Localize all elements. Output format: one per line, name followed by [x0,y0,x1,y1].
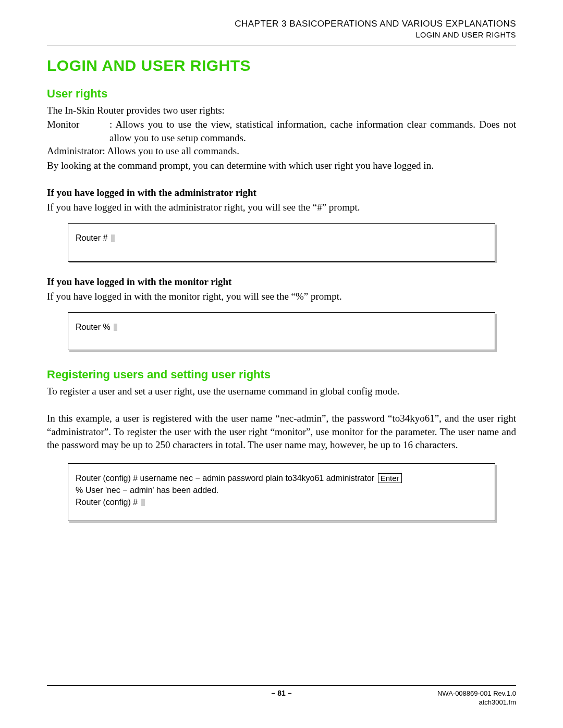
terminal-line: Router % [76,323,113,331]
terminal-line: Router (config) # [76,496,487,508]
monitor-text: : Allows you to use the view, statistica… [109,118,516,144]
monitor-subheading: If you have logged in with the monitor r… [47,276,516,288]
monitor-label: Monitor [47,118,109,144]
section-registering: Registering users and setting user right… [47,368,516,381]
page-header: CHAPTER 3 BASICOPERATIONS AND VARIOUS EX… [47,18,516,41]
terminal-line: Router (config) # username nec − admin p… [76,472,487,484]
page-footer: – 81 – NWA-008869-001 Rev.1.0 atch3001.f… [47,685,516,707]
registering-p1: To register a user and set a user right,… [47,385,516,398]
page-title: LOGIN AND USER RIGHTS [47,57,516,75]
cursor-icon [111,235,115,242]
footer-rule [47,685,516,686]
page-number: – 81 – [47,689,516,697]
monitor-desc: If you have logged in with the monitor r… [47,290,516,303]
enter-key: Enter [378,473,402,483]
terminal-box-monitor: Router % [68,312,495,350]
doc-file: atch3001.fm [437,698,516,707]
terminal-line: Router # [76,233,110,242]
terminal-box-register: Router (config) # username nec − admin p… [68,463,495,522]
monitor-definition: Monitor : Allows you to use the view, st… [47,118,516,144]
section-user-rights: User rights [47,87,516,101]
chapter-line: CHAPTER 3 BASICOPERATIONS AND VARIOUS EX… [47,18,516,30]
admin-definition: Administrator: Allows you to use all com… [47,144,516,158]
prompt-note: By looking at the command prompt, you ca… [47,159,516,172]
header-rule [47,45,516,45]
terminal-box-admin: Router # [68,223,495,261]
registering-p2: In this example, a user is registered wi… [47,412,516,452]
admin-subheading: If you have logged in with the administr… [47,187,516,199]
section-line: LOGIN AND USER RIGHTS [47,30,516,41]
cursor-icon [114,324,117,331]
intro-text: The In-Skin Router provides two user rig… [47,104,516,117]
terminal-line: % User 'nec − admin' has been added. [76,484,487,496]
cursor-icon [141,499,145,506]
admin-desc: If you have logged in with the administr… [47,201,516,214]
